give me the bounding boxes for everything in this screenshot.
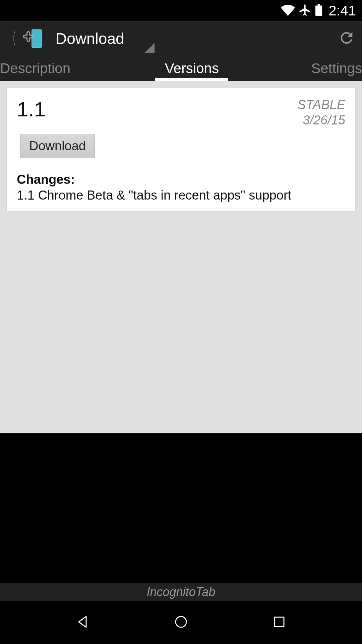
version-channel: STABLE [297, 97, 345, 113]
title-spinner[interactable]: Download [56, 21, 338, 56]
changes-section: Changes: 1.1 Chrome Beta & "tabs in rece… [17, 172, 345, 203]
status-clock: 2:41 [328, 3, 356, 19]
svg-rect-2 [275, 617, 284, 627]
tab-indicator [155, 78, 228, 81]
content-area: 1.1 STABLE 3/26/15 Download Changes: 1.1… [0, 81, 362, 433]
version-meta: STABLE 3/26/15 [297, 97, 345, 128]
status-bar: 2:41 [0, 0, 362, 21]
app-icon[interactable] [21, 28, 43, 50]
tab-bar: Description Versions Settings [0, 56, 362, 81]
version-date: 3/26/15 [297, 113, 345, 128]
action-bar: 〈 Download [0, 21, 362, 56]
page-title: Download [56, 30, 124, 48]
download-button[interactable]: Download [20, 134, 95, 158]
tab-description[interactable]: Description [0, 56, 123, 81]
svg-rect-0 [32, 30, 42, 48]
footer-app-name: IncognitoTab [147, 585, 216, 599]
tab-settings[interactable]: Settings [261, 56, 362, 81]
tab-label: Settings [311, 60, 362, 76]
tab-versions[interactable]: Versions [123, 56, 260, 81]
version-number: 1.1 [17, 97, 46, 121]
version-header: 1.1 STABLE 3/26/15 [17, 97, 345, 128]
wifi-icon [281, 3, 295, 18]
changes-label: Changes: [17, 172, 345, 187]
battery-icon [315, 4, 322, 17]
changes-text: 1.1 Chrome Beta & "tabs in recent apps" … [17, 188, 345, 203]
nav-recent-button[interactable] [271, 614, 287, 631]
refresh-button[interactable] [338, 29, 355, 48]
dropdown-indicator-icon [144, 43, 155, 53]
nav-home-button[interactable] [173, 614, 189, 631]
back-icon[interactable]: 〈 [8, 28, 16, 50]
svg-point-1 [176, 616, 186, 627]
version-card: 1.1 STABLE 3/26/15 Download Changes: 1.1… [7, 88, 355, 211]
tab-label: Versions [165, 60, 219, 76]
nav-back-button[interactable] [75, 614, 91, 631]
navigation-bar [0, 601, 362, 644]
airplane-icon [298, 3, 312, 18]
footer-bar: IncognitoTab [0, 583, 362, 601]
tab-label: Description [0, 60, 70, 76]
